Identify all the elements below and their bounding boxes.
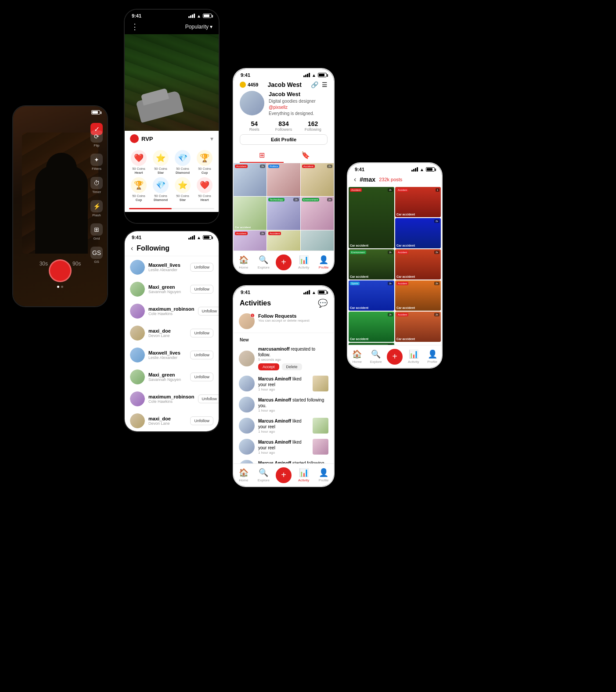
avatar bbox=[240, 91, 264, 115]
coin-star[interactable]: ⭐ 50 CoinsStar bbox=[151, 150, 170, 175]
nav-profile[interactable]: 👤 Profile bbox=[313, 468, 334, 482]
explore-header: ⋮ Popularity ▾ bbox=[125, 20, 219, 34]
hash-cell[interactable]: Car accident Accident 2k bbox=[395, 312, 441, 342]
coin-cup2[interactable]: 🏆 50 CoinsCup bbox=[129, 177, 148, 202]
hash-label: Car accident bbox=[350, 337, 368, 341]
delete-button[interactable]: Delete bbox=[282, 363, 302, 370]
duration-30s[interactable]: 30s bbox=[40, 261, 48, 267]
timer-tool[interactable]: ⏱ Timer bbox=[90, 177, 103, 194]
nav-activity[interactable]: 📊 Activity bbox=[404, 349, 423, 364]
unfollow-button[interactable]: Unfollow bbox=[190, 416, 213, 425]
stat-following[interactable]: 162 Following bbox=[298, 120, 328, 132]
nav-home[interactable]: 🏠 Home bbox=[234, 468, 254, 482]
hash-count-badge: 2k bbox=[434, 219, 439, 223]
nav-plus[interactable]: + bbox=[274, 255, 294, 270]
flip-tool[interactable]: ⟳ Flip bbox=[90, 130, 103, 147]
activity-item: Marcus Aminoff started following you. 1 … bbox=[234, 394, 334, 415]
unfollow-button[interactable]: Unfollow bbox=[190, 285, 213, 294]
menu-icon[interactable]: ☰ bbox=[322, 81, 328, 88]
tag-badge: Environment bbox=[302, 198, 320, 201]
grid-tool[interactable]: ⊞ Grid bbox=[90, 223, 103, 240]
edit-profile-button[interactable]: Edit Profile bbox=[240, 134, 328, 145]
hashtag-grid: Car accident Accident 2k Car accident Ac… bbox=[348, 186, 442, 368]
nav-plus[interactable]: + bbox=[385, 349, 404, 365]
gs-tool[interactable]: GS GS bbox=[90, 247, 103, 264]
more-icon[interactable]: ⋮ bbox=[131, 22, 140, 32]
coin-cup[interactable]: 🏆 50 CoinsCup bbox=[195, 150, 214, 175]
activity-content: Marcus Aminoff started following you. 1 … bbox=[258, 397, 328, 412]
unfollow-button[interactable]: Unfollow bbox=[190, 263, 213, 272]
coin-heart[interactable]: ❤️ 50 CoinsHeart bbox=[129, 150, 148, 175]
tag-badge: Accident bbox=[302, 165, 315, 168]
list-item: maximum_robinson Cole Hawkins Unfollow bbox=[125, 300, 219, 322]
nav-activity[interactable]: 📊 Activity bbox=[294, 468, 314, 482]
page-dot-2 bbox=[61, 286, 63, 288]
tab-grid[interactable]: ⊞ bbox=[240, 148, 284, 163]
list-item: Maxi_green Savannah Nguyen Unfollow bbox=[125, 278, 219, 300]
back-button[interactable]: ‹ bbox=[131, 244, 133, 252]
accept-button[interactable]: Accept bbox=[258, 363, 279, 370]
following-list: Maxwell_lives Leslie Alexander Unfollow … bbox=[125, 256, 219, 431]
hash-cell[interactable]: Car accident Accident 2k bbox=[395, 280, 441, 311]
nav-home[interactable]: 🏠 Home bbox=[348, 349, 367, 364]
photo-cell[interactable]: Technology 2k bbox=[267, 197, 300, 229]
nav-home[interactable]: 🏠 Home bbox=[234, 255, 254, 269]
nav-activity[interactable]: 📊 Activity bbox=[294, 255, 314, 269]
flash-tool[interactable]: ⚡ Flash bbox=[90, 200, 103, 217]
filters-tool[interactable]: ✦ Filters bbox=[90, 154, 103, 171]
nav-plus[interactable]: + bbox=[274, 467, 294, 483]
hashtag-count: 232k posts bbox=[379, 177, 402, 182]
count-badge: 2k bbox=[327, 165, 332, 168]
duration-90s[interactable]: 90s bbox=[72, 261, 81, 267]
record-button[interactable] bbox=[49, 259, 72, 282]
hash-label: Car accident bbox=[350, 306, 368, 309]
hash-label: Car accident bbox=[396, 275, 415, 278]
unfollow-button[interactable]: Unfollow bbox=[190, 373, 213, 381]
tab-bookmark[interactable]: 🔖 bbox=[284, 148, 328, 163]
activity-avatar bbox=[239, 397, 255, 412]
hash-cell[interactable]: Car accident Accident 1 bbox=[395, 187, 441, 217]
coin-star2[interactable]: ⭐ 50 CoinsStar bbox=[173, 177, 192, 202]
nav-explore[interactable]: 🔍 Explore bbox=[254, 468, 274, 482]
hash-cell[interactable]: Car accident 2k bbox=[349, 312, 394, 342]
stat-followers[interactable]: 834 Followers bbox=[269, 120, 299, 132]
list-item: Maxwell_lives Leslie Alexander Unfollow bbox=[125, 256, 219, 278]
hash-cell[interactable]: Car accident Accident 2k bbox=[395, 249, 441, 280]
activity-item: marcusaminoff requested to follow. 5 sec… bbox=[234, 344, 334, 373]
coin-heart2[interactable]: ❤️ 50 CoinsHeart bbox=[195, 177, 214, 202]
unfollow-button[interactable]: Unfollow bbox=[198, 394, 219, 403]
message-icon[interactable]: 💬 bbox=[318, 298, 328, 308]
status-icons: ▲ bbox=[188, 14, 212, 18]
time-display: 9:41 bbox=[132, 13, 141, 18]
follow-requests-item[interactable]: 5 Follow Requests You can accept or dele… bbox=[234, 311, 334, 331]
time-display: 9:41 bbox=[132, 235, 141, 240]
hash-count-badge: 2k bbox=[388, 188, 393, 192]
coin-diamond[interactable]: 💎 50 CoinsDiamond bbox=[173, 150, 192, 175]
photo-cell[interactable]: Accident 2k bbox=[301, 163, 334, 196]
coin-diamond2[interactable]: 💎 50 CoinsDiamond bbox=[151, 177, 170, 202]
hash-count-badge: 2k bbox=[388, 282, 393, 285]
stat-reels[interactable]: 54 Reels bbox=[240, 120, 269, 132]
tag-badge: Politics bbox=[268, 165, 279, 168]
hash-cell[interactable]: Car accident 2k bbox=[395, 218, 441, 248]
nav-profile[interactable]: 👤 Profile bbox=[313, 255, 334, 269]
photo-cell[interactable]: Environment 2k bbox=[301, 197, 334, 229]
activities-header: Activities 💬 bbox=[234, 297, 334, 311]
unfollow-button[interactable]: Unfollow bbox=[190, 351, 213, 359]
camera-tools: ⟳ Flip ✦ Filters ⏱ Timer ⚡ Flash ⊞ Grid … bbox=[90, 130, 103, 264]
photo-cell[interactable]: Politics bbox=[267, 163, 300, 196]
hash-cell[interactable]: Car accident Accident 2k bbox=[349, 187, 394, 248]
hash-cell[interactable]: Car accident Environment 2k bbox=[349, 249, 394, 280]
unfollow-button[interactable]: Unfollow bbox=[198, 307, 219, 316]
link-icon[interactable]: 🔗 bbox=[311, 81, 318, 88]
hash-cell[interactable]: Car accident Sports 2k bbox=[349, 280, 394, 311]
nav-explore[interactable]: 🔍 Explore bbox=[367, 349, 385, 364]
nav-explore[interactable]: 🔍 Explore bbox=[254, 255, 274, 269]
unfollow-button[interactable]: Unfollow bbox=[190, 329, 213, 337]
photo-cell[interactable]: Car accident bbox=[234, 197, 267, 229]
back-button[interactable]: ‹ bbox=[354, 176, 356, 183]
photo-cell[interactable]: Accident 2k bbox=[234, 163, 267, 196]
hash-count-badge: 2k bbox=[434, 282, 439, 285]
sort-button[interactable]: Popularity ▾ bbox=[185, 24, 213, 30]
nav-profile[interactable]: 👤 Profile bbox=[423, 349, 442, 364]
